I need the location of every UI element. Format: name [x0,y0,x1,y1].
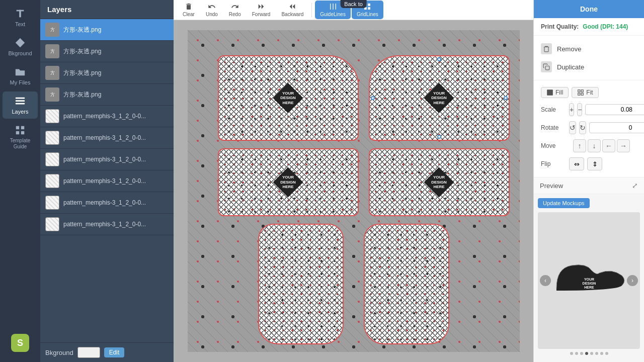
shoe-piece-sole-left[interactable] [258,224,344,344]
toolbar-forward-button[interactable]: Forward [247,1,276,19]
layers-panel-header: Layers [40,0,174,19]
sidebar-item-layers[interactable]: Layers [3,92,38,119]
forward-icon [257,3,265,11]
duplicate-action[interactable]: Duplicate [534,58,644,76]
preview-dot-8[interactable] [605,352,608,355]
done-button[interactable]: Done [534,0,644,18]
toolbar-clear-button[interactable]: Clear [178,1,200,19]
layer-thumb [45,152,59,166]
preview-title: Preview [540,182,563,190]
preview-dot-7[interactable] [600,352,603,355]
canvas-area[interactable]: YOURDESIGNHERE YOURDESIGNHERE YOURDESIGN… [174,20,533,362]
move-right-button[interactable]: → [617,139,630,152]
text-icon [15,8,26,19]
scale-label: Scale [541,106,566,113]
preview-expand-button[interactable]: ⤢ [632,182,638,190]
sidebar-item-templateguide[interactable]: Template Guide [3,121,38,154]
move-up-button[interactable]: ↑ [573,139,586,152]
layer-thumb [45,109,59,123]
svg-rect-12 [578,90,580,92]
shoe-piece-top-left[interactable]: YOURDESIGNHERE [218,55,359,141]
preview-dot-4[interactable] [585,352,588,355]
layer-thumb: 方 [45,23,59,37]
guidelines-icon [329,3,337,11]
rotate-input[interactable] [589,122,644,133]
undo-icon [208,3,216,11]
layer-item-6[interactable]: pattern_memphis-3_1_2_0-0... [40,127,174,149]
preview-shoe-container: YOUR DESIGN HERE [551,258,627,303]
update-mockups-button[interactable]: Update Mockups [538,198,590,208]
move-down-button[interactable]: ↓ [588,139,601,152]
shoe-piece-middle-left[interactable]: YOURDESIGNHERE [218,148,359,216]
svg-rect-10 [545,66,549,70]
right-panel: Done Print Quality: Good (DPI: 144) Remo… [533,0,644,362]
scale-up-button[interactable]: + [569,103,574,116]
rotate-ccw-button[interactable]: ↺ [569,121,576,134]
diamond-icon [15,37,26,48]
shopify-icon: S [11,334,29,352]
selection-handle-bottom[interactable] [437,135,441,139]
layer-item-1[interactable]: 方方形-灰透.png [40,19,174,41]
print-quality-row: Print Quality: Good (DPI: 144) [534,18,644,36]
rotate-cw-button[interactable]: ↻ [579,121,586,134]
toolbar-backward-button[interactable]: Backward [276,1,308,19]
toolbar-undo-button[interactable]: Undo [201,1,223,19]
remove-icon [541,43,552,54]
sidebar-item-text[interactable]: Text [3,4,38,31]
layers-title: Layers [47,5,71,14]
flip-vertical-button[interactable]: ⇕ [587,157,602,170]
layers-icon [15,96,26,107]
svg-rect-8 [16,131,19,134]
fill-button[interactable]: Fill [541,87,569,98]
bkground-edit-button[interactable]: Edit [104,347,125,357]
preview-nav-right[interactable]: › [627,275,638,286]
scale-input[interactable] [585,104,644,115]
layer-thumb [45,196,59,210]
layer-item-9[interactable]: pattern_memphis-3_1_2_0-0... [40,192,174,214]
toolbar-redo-button[interactable]: Redo [224,1,246,19]
sidebar-item-myfiles[interactable]: My Files [3,62,38,89]
preview-header: Preview ⤢ [534,177,644,194]
preview-dot-6[interactable] [595,352,598,355]
design-canvas[interactable]: YOURDESIGNHERE YOURDESIGNHERE YOURDESIGN… [188,30,520,352]
layer-label: pattern_memphis-3_1_2_0-0... [63,177,169,185]
preview-dot-1[interactable] [570,352,573,355]
remove-action[interactable]: Remove [534,40,644,58]
layer-item-8[interactable]: pattern_memphis-3_1_2_0-0... [40,170,174,192]
preview-dot-3[interactable] [580,352,583,355]
layer-item-5[interactable]: pattern_memphis-3_1_2_0-0... [40,106,174,127]
layer-item-7[interactable]: pattern_memphis-3_1_2_0-0... [40,149,174,170]
shoe-piece-middle-right[interactable]: YOURDESIGNHERE [369,148,510,216]
selection-handle-right[interactable] [504,96,508,100]
preview-nav-left[interactable]: ‹ [540,275,551,286]
toolbar-backward-label: Backward [281,12,303,17]
shoe-piece-top-right[interactable]: YOURDESIGNHERE [369,55,510,141]
preview-dot-5[interactable] [590,352,593,355]
layer-label: 方形-灰透.png [63,26,169,34]
sidebar: Text Bkground My Files Layers Template G… [0,0,40,362]
toolbar-guidelines-label: GuideLines [320,12,346,17]
sidebar-label-templateguide: Template Guide [5,138,36,150]
flip-horizontal-button[interactable]: ⇔ [569,157,584,170]
layer-item-10[interactable]: pattern_memphis-3_1_2_0-0... [40,214,174,235]
move-left-button[interactable]: ← [602,139,615,152]
preview-dot-2[interactable] [575,352,578,355]
shoe-piece-sole-right[interactable] [364,224,449,344]
selection-handle-top[interactable] [437,57,441,61]
fit-button[interactable]: Fit [572,87,598,98]
layer-item-3[interactable]: 方方形-灰透.png [40,62,174,84]
toolbar-forward-label: Forward [252,12,271,17]
bkground-color-picker[interactable] [77,347,100,358]
scale-down-button[interactable]: − [577,103,582,116]
duplicate-label: Duplicate [557,63,584,71]
layer-item-2[interactable]: 方方形-灰透.png [40,41,174,62]
layers-footer: Bkground Edit [40,342,174,362]
sidebar-item-bkground[interactable]: Bkground [3,33,38,60]
print-quality-value: Good (DPI: 144) [583,23,628,30]
toolbar-undo-label: Undo [206,12,218,17]
svg-text:YOUR: YOUR [584,278,594,281]
svg-rect-11 [547,89,553,96]
selection-handle-left[interactable] [371,96,375,100]
preview-dots [570,349,608,358]
layer-item-4[interactable]: 方方形-灰透.png [40,84,174,106]
